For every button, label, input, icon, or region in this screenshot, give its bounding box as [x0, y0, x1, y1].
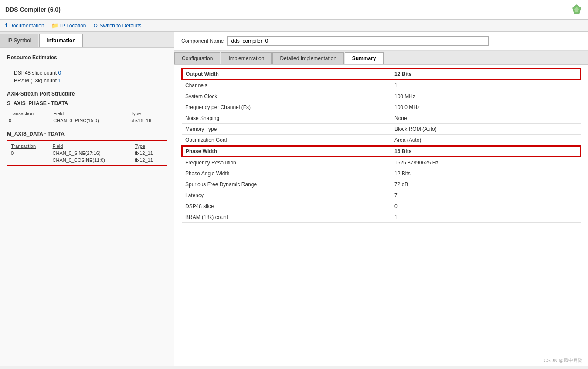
left-panel: IP Symbol Information Resource Estimates… — [0, 32, 174, 366]
summary-label: DSP48 slice — [182, 201, 391, 212]
field-cell: CHAN_0_COSINE(11:0) — [51, 157, 133, 164]
summary-row-frequency-resolution: Frequency Resolution 1525.87890625 Hz — [182, 157, 581, 168]
axi-stream-title: AXI4-Stream Port Structure — [7, 91, 167, 97]
right-panel: Component Name Configuration Implementat… — [174, 32, 588, 366]
info-icon: ℹ — [5, 22, 7, 29]
summary-label: Frequency per Channel (Fs) — [182, 102, 391, 113]
summary-label: Memory Type — [182, 124, 391, 135]
folder-icon: 📁 — [51, 22, 58, 29]
summary-label: System Clock — [182, 91, 391, 102]
dsp48-info: DSP48 slice count 0 — [14, 70, 167, 76]
summary-value: Area (Auto) — [391, 135, 581, 146]
summary-row-system-clock: System Clock 100 MHz — [182, 91, 581, 102]
bram-value[interactable]: 1 — [58, 78, 61, 84]
title-bar: DDS Compiler (6.0) — [0, 0, 588, 20]
m-axis-table-container: Transaction Field Type 0 CHAN_0_SINE(27:… — [7, 140, 167, 166]
s-axis-col-transaction: Transaction — [7, 110, 51, 117]
transaction-cell — [9, 157, 51, 164]
summary-row-bram-18k-count: BRAM (18k) count 1 — [182, 212, 581, 223]
summary-value: 12 Bits — [391, 168, 581, 179]
m-axis-col-transaction: Transaction — [9, 143, 51, 150]
summary-value: 72 dB — [391, 179, 581, 190]
left-tab-bar: IP Symbol Information — [0, 32, 174, 48]
summary-label: Latency — [182, 190, 391, 201]
transaction-cell: 0 — [7, 117, 51, 124]
ip-location-label: IP Location — [60, 23, 86, 29]
resource-divider — [7, 65, 167, 65]
summary-row-frequency-per-channel: Frequency per Channel (Fs) 100.0 MHz — [182, 102, 581, 113]
tab-summary[interactable]: Summary — [345, 52, 384, 64]
summary-value: 1 — [391, 212, 581, 223]
summary-value: 100 MHz — [391, 91, 581, 102]
tab-implementation[interactable]: Implementation — [221, 52, 272, 64]
type-cell: fix12_11 — [133, 157, 165, 164]
refresh-icon: ↺ — [93, 22, 98, 29]
summary-value: None — [391, 113, 581, 124]
summary-label: Frequency Resolution — [182, 157, 391, 168]
s-axis-col-field: Field — [51, 110, 129, 117]
summary-row-phase-width: Phase Width 16 Bits — [182, 146, 581, 157]
summary-row-output-width: Output Width 12 Bits — [182, 68, 581, 80]
summary-row-phase-angle-width: Phase Angle Width 12 Bits — [182, 168, 581, 179]
summary-row-memory-type: Memory Type Block ROM (Auto) — [182, 124, 581, 135]
summary-label: Optimization Goal — [182, 135, 391, 146]
summary-value: 7 — [391, 190, 581, 201]
watermark: CSDN @风中月隐 — [544, 357, 583, 364]
switch-to-defaults-link[interactable]: ↺ Switch to Defaults — [93, 22, 142, 29]
bram-info: BRAM (18k) count 1 — [14, 78, 167, 84]
summary-label: Channels — [182, 80, 391, 91]
table-row: CHAN_0_COSINE(11:0) fix12_11 — [9, 157, 165, 164]
summary-value: 1525.87890625 Hz — [391, 157, 581, 168]
app-title: DDS Compiler (6.0) — [5, 6, 61, 13]
summary-value: 100.0 MHz — [391, 102, 581, 113]
summary-table-container: Output Width 12 BitsChannels 1System Clo… — [174, 65, 588, 226]
toolbar: ℹ Documentation 📁 IP Location ↺ Switch t… — [0, 20, 588, 32]
summary-label: Phase Angle Width — [182, 168, 391, 179]
axi-section: AXI4-Stream Port Structure S_AXIS_PHASE … — [7, 91, 167, 166]
summary-table: Output Width 12 BitsChannels 1System Clo… — [181, 68, 581, 223]
summary-value: Block ROM (Auto) — [391, 124, 581, 135]
tab-configuration[interactable]: Configuration — [174, 52, 220, 64]
tab-detailed-implementation[interactable]: Detailed Implementation — [272, 52, 343, 64]
summary-value: 16 Bits — [391, 146, 581, 157]
dsp48-label: DSP48 slice count — [14, 70, 57, 76]
summary-row-channels: Channels 1 — [182, 80, 581, 91]
ip-location-link[interactable]: 📁 IP Location — [51, 22, 86, 29]
summary-row-dsp48-slice: DSP48 slice 0 — [182, 201, 581, 212]
s-axis-col-type: Type — [129, 110, 167, 117]
m-axis-title: M_AXIS_DATA - TDATA — [7, 131, 167, 137]
summary-row-latency: Latency 7 — [182, 190, 581, 201]
bram-label: BRAM (18k) count — [14, 78, 57, 84]
s-axis-table: Transaction Field Type 0 CHAN_0_PINC(15:… — [7, 110, 167, 124]
summary-value: 1 — [391, 80, 581, 91]
component-name-bar: Component Name — [174, 32, 588, 51]
tab-information[interactable]: Information — [39, 34, 83, 47]
summary-label: Phase Width — [182, 146, 391, 157]
summary-label: BRAM (18k) count — [182, 212, 391, 223]
table-row: 0 CHAN_0_PINC(15:0) ufix16_16 — [7, 117, 167, 124]
summary-label: Noise Shaping — [182, 113, 391, 124]
type-cell: ufix16_16 — [129, 117, 167, 124]
summary-row-noise-shaping: Noise Shaping None — [182, 113, 581, 124]
resource-estimates-title: Resource Estimates — [7, 55, 167, 61]
dsp48-value[interactable]: 0 — [58, 70, 61, 76]
main-content: IP Symbol Information Resource Estimates… — [0, 32, 588, 366]
switch-to-defaults-label: Switch to Defaults — [100, 23, 142, 29]
summary-value: 12 Bits — [391, 68, 581, 80]
s-axis-title: S_AXIS_PHASE - TDATA — [7, 100, 167, 106]
vivado-logo-icon — [571, 3, 583, 16]
summary-label: Output Width — [182, 68, 391, 80]
type-cell: fix12_11 — [133, 150, 165, 157]
documentation-link[interactable]: ℹ Documentation — [5, 22, 44, 29]
summary-label: Spurious Free Dynamic Range — [182, 179, 391, 190]
component-name-input[interactable] — [227, 36, 489, 46]
field-cell: CHAN_0_PINC(15:0) — [51, 117, 129, 124]
right-tab-bar: Configuration Implementation Detailed Im… — [174, 51, 588, 65]
field-cell: CHAN_0_SINE(27:16) — [51, 150, 133, 157]
documentation-label: Documentation — [9, 23, 44, 29]
summary-row-spurious-free-dynamic-range: Spurious Free Dynamic Range 72 dB — [182, 179, 581, 190]
m-axis-col-field: Field — [51, 143, 133, 150]
summary-row-optimization-goal: Optimization Goal Area (Auto) — [182, 135, 581, 146]
tab-ip-symbol[interactable]: IP Symbol — [0, 34, 38, 47]
summary-value: 0 — [391, 201, 581, 212]
